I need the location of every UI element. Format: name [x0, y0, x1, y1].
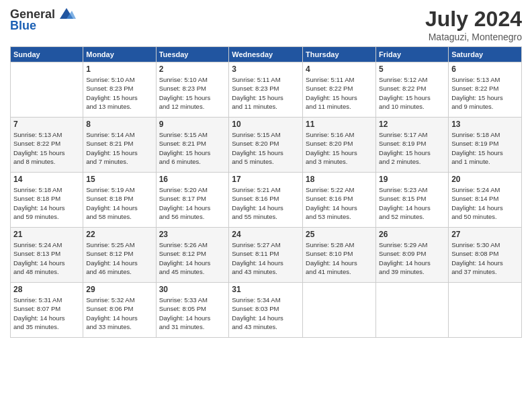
day-number: 15 [86, 175, 152, 184]
day-number: 18 [306, 175, 373, 184]
day-number: 24 [232, 230, 300, 239]
table-row: 27Sunrise: 5:30 AM Sunset: 8:08 PM Dayli… [449, 228, 522, 283]
day-info: Sunrise: 5:10 AM Sunset: 8:23 PM Dayligh… [159, 75, 226, 111]
day-info: Sunrise: 5:13 AM Sunset: 8:22 PM Dayligh… [451, 75, 519, 111]
day-info: Sunrise: 5:24 AM Sunset: 8:14 PM Dayligh… [451, 185, 519, 221]
logo-text-blue: Blue [10, 19, 36, 33]
day-number: 29 [86, 285, 152, 294]
location-subtitle: Mataguzi, Montenegro [425, 32, 522, 42]
table-row [376, 283, 449, 338]
table-row: 10Sunrise: 5:15 AM Sunset: 8:20 PM Dayli… [229, 118, 303, 173]
calendar-week-row: 21Sunrise: 5:24 AM Sunset: 8:13 PM Dayli… [11, 228, 522, 283]
table-row: 6Sunrise: 5:13 AM Sunset: 8:22 PM Daylig… [449, 62, 522, 118]
day-info: Sunrise: 5:12 AM Sunset: 8:22 PM Dayligh… [379, 75, 445, 111]
table-row [11, 62, 83, 118]
table-row: 7Sunrise: 5:13 AM Sunset: 8:22 PM Daylig… [11, 118, 83, 173]
day-info: Sunrise: 5:18 AM Sunset: 8:18 PM Dayligh… [13, 185, 80, 221]
day-info: Sunrise: 5:21 AM Sunset: 8:16 PM Dayligh… [232, 185, 300, 221]
day-number: 1 [86, 64, 152, 74]
day-number: 26 [379, 230, 445, 239]
calendar-week-row: 14Sunrise: 5:18 AM Sunset: 8:18 PM Dayli… [11, 173, 522, 228]
table-row: 16Sunrise: 5:20 AM Sunset: 8:17 PM Dayli… [156, 173, 229, 228]
col-saturday: Saturday [449, 47, 522, 62]
table-row: 13Sunrise: 5:18 AM Sunset: 8:19 PM Dayli… [449, 118, 522, 173]
day-number: 8 [86, 120, 152, 129]
col-thursday: Thursday [303, 47, 376, 62]
col-monday: Monday [83, 47, 156, 62]
day-number: 10 [232, 120, 300, 129]
day-info: Sunrise: 5:22 AM Sunset: 8:16 PM Dayligh… [306, 185, 373, 221]
day-number: 6 [451, 64, 519, 74]
day-number: 14 [13, 175, 80, 184]
table-row: 14Sunrise: 5:18 AM Sunset: 8:18 PM Dayli… [11, 173, 83, 228]
table-row: 4Sunrise: 5:11 AM Sunset: 8:22 PM Daylig… [303, 62, 376, 118]
day-number: 5 [379, 64, 445, 74]
day-info: Sunrise: 5:11 AM Sunset: 8:23 PM Dayligh… [232, 75, 300, 111]
table-row: 3Sunrise: 5:11 AM Sunset: 8:23 PM Daylig… [229, 62, 303, 118]
day-info: Sunrise: 5:11 AM Sunset: 8:22 PM Dayligh… [306, 75, 373, 111]
table-row: 30Sunrise: 5:33 AM Sunset: 8:05 PM Dayli… [156, 283, 229, 338]
day-number: 22 [86, 230, 152, 239]
day-info: Sunrise: 5:16 AM Sunset: 8:20 PM Dayligh… [306, 130, 373, 166]
table-row: 21Sunrise: 5:24 AM Sunset: 8:13 PM Dayli… [11, 228, 83, 283]
col-wednesday: Wednesday [229, 47, 303, 62]
table-row [303, 283, 376, 338]
day-number: 2 [159, 64, 226, 74]
table-row: 29Sunrise: 5:32 AM Sunset: 8:06 PM Dayli… [83, 283, 156, 338]
table-row: 5Sunrise: 5:12 AM Sunset: 8:22 PM Daylig… [376, 62, 449, 118]
table-row: 1Sunrise: 5:10 AM Sunset: 8:23 PM Daylig… [83, 62, 156, 118]
calendar-week-row: 1Sunrise: 5:10 AM Sunset: 8:23 PM Daylig… [11, 62, 522, 118]
day-number: 17 [232, 175, 300, 184]
day-info: Sunrise: 5:14 AM Sunset: 8:21 PM Dayligh… [86, 130, 152, 166]
day-info: Sunrise: 5:31 AM Sunset: 8:07 PM Dayligh… [13, 295, 80, 331]
day-number: 28 [13, 285, 80, 294]
day-number: 7 [13, 120, 80, 129]
table-row: 15Sunrise: 5:19 AM Sunset: 8:18 PM Dayli… [83, 173, 156, 228]
calendar-table: Sunday Monday Tuesday Wednesday Thursday… [10, 46, 522, 338]
table-row: 22Sunrise: 5:25 AM Sunset: 8:12 PM Dayli… [83, 228, 156, 283]
day-info: Sunrise: 5:30 AM Sunset: 8:08 PM Dayligh… [451, 240, 519, 276]
table-row: 9Sunrise: 5:15 AM Sunset: 8:21 PM Daylig… [156, 118, 229, 173]
table-row: 31Sunrise: 5:34 AM Sunset: 8:03 PM Dayli… [229, 283, 303, 338]
logo-icon [57, 7, 76, 21]
table-row: 20Sunrise: 5:24 AM Sunset: 8:14 PM Dayli… [449, 173, 522, 228]
day-number: 12 [379, 120, 445, 129]
month-year-title: July 2024 [425, 7, 522, 32]
day-number: 30 [159, 285, 226, 294]
table-row: 26Sunrise: 5:29 AM Sunset: 8:09 PM Dayli… [376, 228, 449, 283]
day-info: Sunrise: 5:24 AM Sunset: 8:13 PM Dayligh… [13, 240, 80, 276]
day-info: Sunrise: 5:25 AM Sunset: 8:12 PM Dayligh… [86, 240, 152, 276]
day-number: 19 [379, 175, 445, 184]
day-info: Sunrise: 5:29 AM Sunset: 8:09 PM Dayligh… [379, 240, 445, 276]
day-info: Sunrise: 5:19 AM Sunset: 8:18 PM Dayligh… [86, 185, 152, 221]
day-number: 21 [13, 230, 80, 239]
col-friday: Friday [376, 47, 449, 62]
day-info: Sunrise: 5:23 AM Sunset: 8:15 PM Dayligh… [379, 185, 445, 221]
day-info: Sunrise: 5:28 AM Sunset: 8:10 PM Dayligh… [306, 240, 373, 276]
table-row: 23Sunrise: 5:26 AM Sunset: 8:12 PM Dayli… [156, 228, 229, 283]
day-info: Sunrise: 5:34 AM Sunset: 8:03 PM Dayligh… [232, 295, 300, 331]
day-number: 11 [306, 120, 373, 129]
table-row: 24Sunrise: 5:27 AM Sunset: 8:11 PM Dayli… [229, 228, 303, 283]
table-row: 8Sunrise: 5:14 AM Sunset: 8:21 PM Daylig… [83, 118, 156, 173]
title-block: July 2024 Mataguzi, Montenegro [425, 7, 522, 42]
day-number: 23 [159, 230, 226, 239]
day-number: 31 [232, 285, 300, 294]
table-row: 12Sunrise: 5:17 AM Sunset: 8:19 PM Dayli… [376, 118, 449, 173]
calendar-week-row: 28Sunrise: 5:31 AM Sunset: 8:07 PM Dayli… [11, 283, 522, 338]
day-info: Sunrise: 5:26 AM Sunset: 8:12 PM Dayligh… [159, 240, 226, 276]
day-info: Sunrise: 5:18 AM Sunset: 8:19 PM Dayligh… [451, 130, 519, 166]
day-info: Sunrise: 5:15 AM Sunset: 8:20 PM Dayligh… [232, 130, 300, 166]
day-number: 4 [306, 64, 373, 74]
day-info: Sunrise: 5:13 AM Sunset: 8:22 PM Dayligh… [13, 130, 80, 166]
day-info: Sunrise: 5:10 AM Sunset: 8:23 PM Dayligh… [86, 75, 152, 111]
table-row: 18Sunrise: 5:22 AM Sunset: 8:16 PM Dayli… [303, 173, 376, 228]
calendar-header-row: Sunday Monday Tuesday Wednesday Thursday… [11, 47, 522, 62]
day-number: 13 [451, 120, 519, 129]
table-row: 28Sunrise: 5:31 AM Sunset: 8:07 PM Dayli… [11, 283, 83, 338]
table-row: 11Sunrise: 5:16 AM Sunset: 8:20 PM Dayli… [303, 118, 376, 173]
day-info: Sunrise: 5:20 AM Sunset: 8:17 PM Dayligh… [159, 185, 226, 221]
day-info: Sunrise: 5:15 AM Sunset: 8:21 PM Dayligh… [159, 130, 226, 166]
table-row: 25Sunrise: 5:28 AM Sunset: 8:10 PM Dayli… [303, 228, 376, 283]
day-number: 27 [451, 230, 519, 239]
